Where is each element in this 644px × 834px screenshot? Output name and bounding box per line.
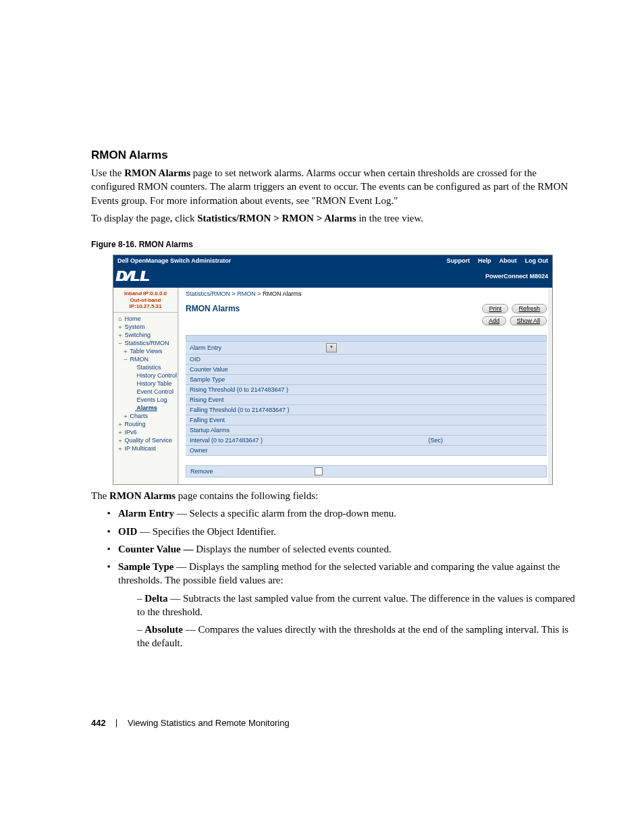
intro-para-2: To display the page, click Statistics/RM… — [91, 211, 580, 225]
field-item: Sample Type — Displays the sampling meth… — [118, 560, 580, 650]
text: To display the page, click — [91, 213, 197, 224]
tree-item[interactable]: Alarms — [113, 404, 178, 412]
add-button[interactable]: Add — [482, 316, 506, 325]
form-row: Rising Threshold (0 to 2147483647 ) — [186, 385, 547, 395]
tree-item[interactable]: + System — [113, 323, 178, 331]
panel-title: RMON Alarms — [186, 304, 240, 313]
remove-row: Remove — [186, 465, 547, 477]
tree-item[interactable]: History Table — [113, 380, 178, 388]
field-desc: — Specifies the Object Identifier. — [137, 526, 276, 537]
outofband-ip: Out-of-band IP:10.27.5.31 — [113, 297, 178, 310]
tree-item-label: History Control — [135, 372, 177, 379]
text: The — [91, 490, 109, 501]
tree-item[interactable]: + Charts — [113, 412, 178, 420]
dropdown-icon[interactable]: ▾ — [326, 343, 337, 353]
tree-glyph-icon: + — [123, 348, 128, 355]
form-row: Startup Alarms — [186, 425, 547, 436]
text-bold: RMON Alarms — [124, 167, 190, 178]
text: in the tree view. — [356, 213, 423, 224]
field-desc: — Displays the sampling method for the s… — [118, 561, 560, 585]
tree-glyph-icon: − — [117, 340, 123, 346]
figure-caption: Figure 8-16. RMON Alarms — [91, 240, 580, 249]
breadcrumb: Statistics/RMON > RMON > RMON Alarms — [186, 290, 547, 297]
crumb-2[interactable]: RMON — [237, 290, 256, 297]
tree-item[interactable]: Events Log — [113, 396, 178, 404]
field-subitem: Delta — Subtracts the last sampled value… — [137, 592, 580, 619]
text-bold: Statistics/RMON > RMON > Alarms — [197, 213, 356, 224]
top-link-help[interactable]: Help — [478, 257, 491, 264]
tree-glyph-icon: + — [117, 437, 123, 444]
form-row-label: Owner — [186, 446, 322, 456]
form-row-unit — [425, 342, 547, 355]
remove-checkbox[interactable] — [315, 467, 323, 475]
form-row-unit — [425, 395, 547, 405]
form-row-control[interactable]: ▾ — [322, 342, 425, 355]
tree-item-label: Event Control — [135, 388, 173, 395]
form-row-control — [322, 355, 425, 365]
tree-item[interactable]: + Table Views — [113, 347, 178, 355]
nav-tree: ⌂ Home+ System+ Switching− Statistics/RM… — [113, 315, 178, 452]
tree-glyph-icon: ⌂ — [117, 315, 123, 322]
field-desc: — Selects a specific alarm from the drop… — [174, 508, 396, 519]
app-titlebar: Dell OpenManage Switch Administrator Sup… — [113, 255, 552, 266]
refresh-button[interactable]: Refresh — [512, 304, 547, 313]
tree-item[interactable]: − RMON — [113, 355, 178, 363]
text: page contains the following fields: — [176, 490, 318, 501]
tree-item-label: RMON — [128, 356, 149, 363]
form-row: Owner — [186, 446, 547, 456]
form-row-control — [322, 436, 425, 446]
tree-item-label: Charts — [128, 413, 148, 419]
tree-item[interactable]: + Switching — [113, 331, 178, 339]
form-row: Falling Event — [186, 415, 547, 425]
tree-item[interactable]: Event Control — [113, 388, 178, 396]
form-row: Interval (0 to 2147483647 )(Sec) — [186, 436, 547, 446]
field-name: Alarm Entry — [118, 508, 174, 519]
tree-item[interactable]: + IPv6 — [113, 428, 178, 436]
crumb-1[interactable]: Statistics/RMON — [186, 290, 230, 297]
form-row-label: Counter Value — [186, 365, 322, 375]
tree-item[interactable]: + Quality of Service — [113, 436, 178, 444]
tree-item-label: Events Log — [135, 396, 167, 403]
top-link-support[interactable]: Support — [446, 257, 470, 264]
form-row-label: Rising Threshold (0 to 2147483647 ) — [186, 385, 322, 395]
form-row-unit: (Sec) — [425, 436, 547, 446]
tree-item-label: Statistics — [135, 364, 161, 371]
field-name: Counter Value — — [118, 544, 196, 554]
form-row: Falling Threshold (0 to 2147483647 ) — [186, 405, 547, 415]
footer-sep — [116, 719, 117, 727]
tree-item[interactable]: + Routing — [113, 420, 178, 428]
section-heading: RMON Alarms — [91, 149, 580, 162]
form-row-control — [322, 375, 425, 385]
form-row-control — [322, 425, 425, 436]
text: Use the — [91, 167, 124, 178]
form-row: Sample Type — [186, 375, 547, 385]
content-panel: Statistics/RMON > RMON > RMON Alarms RMO… — [178, 288, 552, 484]
tree-item[interactable]: ⌂ Home — [113, 315, 178, 323]
tree-item-label: IP Multicast — [123, 445, 156, 452]
top-link-about[interactable]: About — [500, 257, 517, 264]
ip-box: Inband IP:0.0.0.0 Out-of-band IP:10.27.5… — [113, 289, 178, 313]
form-row-label: Falling Event — [186, 415, 322, 425]
field-list: Alarm Entry — Selects a specific alarm f… — [91, 506, 580, 650]
scrollbar-hint — [548, 288, 552, 484]
top-link-logout[interactable]: Log Out — [525, 257, 549, 264]
subfield-name: Absolute — [144, 624, 183, 635]
form-row-label: Falling Threshold (0 to 2147483647 ) — [186, 405, 322, 415]
form-row: Counter Value — [186, 365, 547, 375]
tree-item-label: System — [123, 323, 145, 330]
dell-logo: D∕LL — [116, 266, 150, 286]
tree-item-label: IPv6 — [123, 429, 137, 436]
showall-button[interactable]: Show All — [510, 316, 547, 325]
tree-item[interactable]: + IP Multicast — [113, 444, 178, 452]
form-row-label: Alarm Entry — [186, 342, 322, 355]
after-screenshot-para: The RMON Alarms page contains the follow… — [91, 489, 580, 502]
tree-item[interactable]: History Control — [113, 371, 178, 380]
form-row-unit — [425, 405, 547, 415]
tree-item[interactable]: − Statistics/RMON — [113, 339, 178, 347]
tree-item[interactable]: Statistics — [113, 363, 178, 371]
print-button[interactable]: Print — [482, 304, 508, 313]
form-row-unit — [425, 365, 547, 375]
tree-glyph-icon: + — [117, 429, 123, 436]
tree-item-label: Routing — [123, 421, 146, 427]
chapter-title: Viewing Statistics and Remote Monitoring — [128, 718, 290, 728]
